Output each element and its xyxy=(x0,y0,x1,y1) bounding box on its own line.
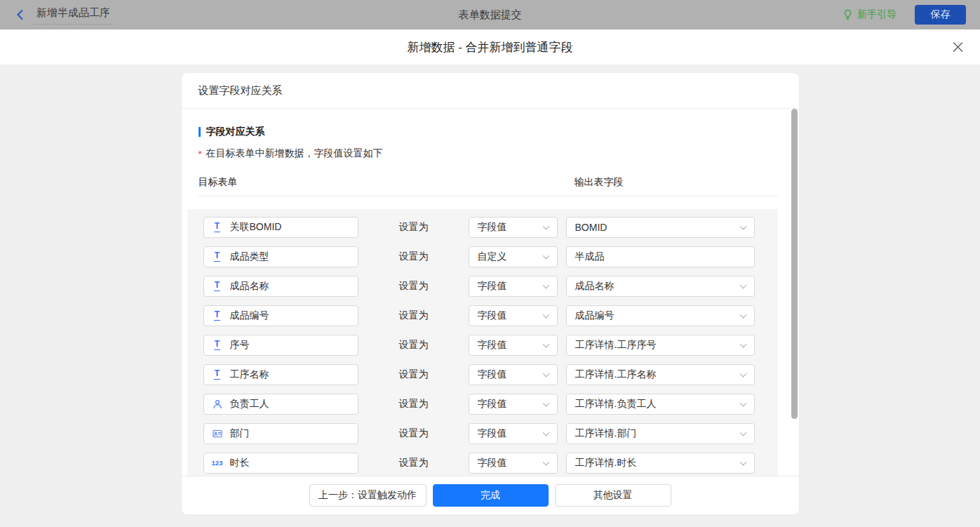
mode-select[interactable]: 自定义 xyxy=(469,246,558,267)
value-select[interactable]: BOMID xyxy=(566,217,755,238)
value-select[interactable]: 工序详情.负责工人 xyxy=(566,394,755,415)
required-asterisk: * xyxy=(199,147,202,161)
chevron-down-icon xyxy=(542,399,549,406)
mode-select-value: 字段值 xyxy=(478,457,507,469)
mode-select[interactable]: 字段值 xyxy=(469,217,558,238)
target-field-box: 123 时长 xyxy=(203,453,358,474)
save-button[interactable]: 保存 xyxy=(915,5,966,25)
mode-select[interactable]: 字段值 xyxy=(469,335,558,356)
target-field-box: T 成品编号 xyxy=(203,305,358,326)
text-field-icon: T xyxy=(211,310,224,321)
set-as-label: 设置为 xyxy=(399,398,429,411)
mode-select[interactable]: 字段值 xyxy=(469,394,558,415)
set-as-label: 设置为 xyxy=(399,221,429,234)
value-select[interactable]: 成品编号 xyxy=(566,305,755,326)
page-title: 表单数据提交 xyxy=(0,8,980,22)
value-select[interactable]: 工序详情.工序序号 xyxy=(566,335,755,356)
target-field-box: T 成品类型 xyxy=(203,246,358,267)
target-field-box: T 关联BOMID xyxy=(203,217,358,238)
card-body: 字段对应关系 * 在目标表单中新增数据，字段值设置如下 目标表单 输出表字段 T… xyxy=(182,109,799,476)
target-field-label: 时长 xyxy=(230,457,250,469)
value-select-value: 成品名称 xyxy=(575,280,615,293)
value-select-value: 工序详情.负责工人 xyxy=(575,398,657,411)
value-select-value: BOMID xyxy=(575,222,608,233)
flow-title[interactable]: 新增半成品工序 xyxy=(34,5,113,25)
mode-select-value: 字段值 xyxy=(478,368,507,381)
mapping-row: 部门 设置为 字段值 工序详情.部门 xyxy=(203,423,778,444)
beginner-guide-button[interactable]: 新手引导 xyxy=(843,8,897,21)
value-select[interactable]: 工序详情.工序名称 xyxy=(566,364,755,385)
target-field-box: T 成品名称 xyxy=(203,276,358,297)
rows-panel: T 关联BOMID 设置为 字段值 BOMID T 成品类型 设置为 自定义 半… xyxy=(187,209,778,476)
mode-select-value: 字段值 xyxy=(478,280,507,293)
mapping-row: T 成品编号 设置为 字段值 成品编号 xyxy=(203,305,778,326)
chevron-down-icon xyxy=(739,399,746,406)
mode-select-value: 字段值 xyxy=(478,221,507,234)
target-field-box: 部门 xyxy=(203,423,358,444)
chevron-down-icon xyxy=(739,458,746,465)
value-select[interactable]: 工序详情.时长 xyxy=(566,453,755,474)
mode-select-value: 自定义 xyxy=(478,251,507,263)
chevron-down-icon xyxy=(739,311,746,318)
other-settings-button[interactable]: 其他设置 xyxy=(555,484,671,507)
target-field-label: 成品名称 xyxy=(230,280,269,293)
card-header-title: 设置字段对应关系 xyxy=(182,73,799,109)
user-field-icon xyxy=(211,399,224,409)
value-select-value: 工序详情.工序序号 xyxy=(575,339,657,352)
mode-select[interactable]: 字段值 xyxy=(469,453,558,474)
set-as-label: 设置为 xyxy=(399,457,429,469)
chevron-down-icon xyxy=(542,222,549,229)
set-as-label: 设置为 xyxy=(399,280,429,293)
close-icon xyxy=(952,41,964,53)
back-button[interactable] xyxy=(14,8,27,21)
target-field-box: T 工序名称 xyxy=(203,364,358,385)
target-field-label: 负责工人 xyxy=(230,398,269,411)
text-field-icon: T xyxy=(211,369,224,380)
text-field-icon: T xyxy=(211,222,224,232)
chevron-down-icon xyxy=(542,281,549,288)
text-field-icon: T xyxy=(211,251,224,262)
card-footer: 上一步：设置触发动作 完成 其他设置 xyxy=(182,476,799,514)
chevron-down-icon xyxy=(542,252,549,259)
chevron-down-icon xyxy=(739,370,746,377)
value-select-value: 半成品 xyxy=(575,251,605,263)
mode-select[interactable]: 字段值 xyxy=(469,305,558,326)
finish-button[interactable]: 完成 xyxy=(433,484,549,507)
mode-select-value: 字段值 xyxy=(478,398,507,411)
value-select[interactable]: 工序详情.部门 xyxy=(566,423,755,444)
set-as-label: 设置为 xyxy=(399,251,429,263)
number-field-icon: 123 xyxy=(211,459,224,467)
mapping-row: T 关联BOMID 设置为 字段值 BOMID xyxy=(203,217,778,238)
mode-select-value: 字段值 xyxy=(478,309,507,322)
mapping-row: T 工序名称 设置为 字段值 工序详情.工序名称 xyxy=(203,364,778,385)
close-button[interactable] xyxy=(952,41,964,53)
vertical-scrollbar[interactable] xyxy=(791,109,798,419)
mode-select[interactable]: 字段值 xyxy=(469,276,558,297)
target-field-box: 负责工人 xyxy=(203,394,358,415)
target-field-label: 工序名称 xyxy=(230,368,269,381)
set-as-label: 设置为 xyxy=(399,339,429,352)
mode-select[interactable]: 字段值 xyxy=(469,423,558,444)
modal-header: 新增数据 - 合并新增到普通字段 xyxy=(0,29,980,65)
section-title: 字段对应关系 xyxy=(206,126,265,138)
target-field-label: 序号 xyxy=(230,339,250,352)
column-header-target-form: 目标表单 xyxy=(199,176,238,187)
target-field-label: 部门 xyxy=(230,427,250,440)
column-header-output-fields: 输出表字段 xyxy=(575,176,624,189)
value-input[interactable]: 半成品 xyxy=(566,246,755,267)
target-field-label: 关联BOMID xyxy=(230,221,282,234)
value-select-value: 工序详情.时长 xyxy=(575,457,637,469)
note-text: 在目标表单中新增数据，字段值设置如下 xyxy=(206,147,383,160)
lightbulb-icon xyxy=(843,9,853,20)
chevron-down-icon xyxy=(542,458,549,465)
chevron-down-icon xyxy=(739,222,746,229)
modal-title: 新增数据 - 合并新增到普通字段 xyxy=(407,39,572,55)
mode-select[interactable]: 字段值 xyxy=(469,364,558,385)
target-field-label: 成品编号 xyxy=(230,309,269,322)
value-select[interactable]: 成品名称 xyxy=(566,276,755,297)
modal-body: 设置字段对应关系 字段对应关系 * 在目标表单中新增数据，字段值设置如下 目标表… xyxy=(0,73,980,527)
chevron-down-icon xyxy=(542,370,549,377)
previous-step-button[interactable]: 上一步：设置触发动作 xyxy=(309,484,427,507)
set-as-label: 设置为 xyxy=(399,368,429,381)
mapping-row: 123 时长 设置为 字段值 工序详情.时长 xyxy=(203,453,778,474)
